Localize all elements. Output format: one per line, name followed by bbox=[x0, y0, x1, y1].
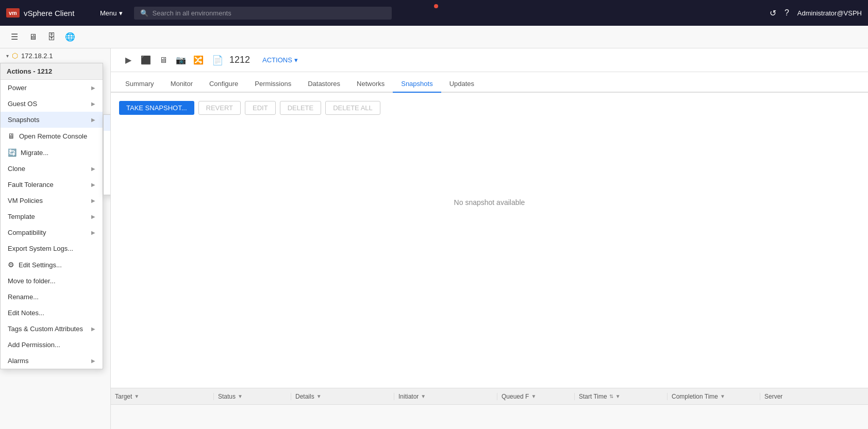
menu-item-tags-label: Tags & Custom Attributes bbox=[8, 325, 83, 333]
tab-permissions[interactable]: Permissions bbox=[246, 76, 299, 93]
submenu-consolidate: Consolidate bbox=[104, 163, 111, 179]
tab-datastores[interactable]: Datastores bbox=[299, 76, 348, 93]
menu-item-clone-label: Clone bbox=[8, 165, 25, 173]
help-icon[interactable]: ? bbox=[784, 8, 789, 18]
menu-item-snapshots[interactable]: Snapshots ▶ bbox=[1, 112, 103, 128]
edit-button: EDIT bbox=[245, 101, 276, 115]
topbar-right: ↺ ? Administrator@VSPH bbox=[770, 8, 862, 18]
submenu-manage-snapshots[interactable]: 📋 Manage Snapshots bbox=[104, 131, 111, 147]
snapshot-toolbar-icon[interactable]: 📷 bbox=[174, 53, 188, 67]
tabs-row: Summary Monitor Configure Permissions Da… bbox=[111, 72, 868, 93]
menu-item-edit-settings-label: Edit Settings... bbox=[19, 261, 62, 269]
submenu-delete-all[interactable]: Delete All Snapshots bbox=[104, 179, 111, 195]
vm-toolbar: ▶ ⬛ 🖥 📷 🔀 bbox=[121, 53, 206, 67]
migrate-icon: 🔄 bbox=[8, 148, 16, 157]
menu-button[interactable]: Menu ▾ bbox=[95, 7, 128, 19]
menu-item-migrate-label: Migrate... bbox=[21, 149, 48, 157]
sidebar: ▾ ⬡ 172.18.2.1 Actions - 1212 Power ▶ Gu… bbox=[0, 48, 111, 429]
th-details-label: Details bbox=[295, 393, 314, 400]
search-input[interactable] bbox=[153, 9, 386, 17]
network-icon[interactable]: 🌐 bbox=[62, 29, 78, 45]
app-title: vSphere Client bbox=[24, 9, 74, 18]
th-details[interactable]: Details ▼ bbox=[291, 393, 394, 400]
notification-dot bbox=[434, 4, 438, 8]
chevron-down-icon: ▾ bbox=[6, 53, 9, 59]
take-snapshot-button[interactable]: TAKE SNAPSHOT... bbox=[119, 101, 194, 115]
vm-actions-label: ACTIONS bbox=[262, 56, 292, 64]
bottom-table: Target ▼ Status ▼ Details ▼ Initiator ▼ … bbox=[111, 388, 868, 429]
th-queued-label: Queued F bbox=[502, 393, 529, 400]
snapshots-submenu: 📷 Take Snapshot... 📋 Manage Snapshots ↩ … bbox=[103, 114, 111, 195]
menu-item-export-logs[interactable]: Export System Logs... bbox=[1, 241, 103, 256]
menu-item-template-label: Template bbox=[8, 213, 35, 220]
menu-item-vm-policies-label: VM Policies bbox=[8, 197, 43, 204]
vm-actions-button[interactable]: ACTIONS ▾ bbox=[262, 56, 298, 64]
tab-configure[interactable]: Configure bbox=[201, 76, 246, 93]
chevron-right-icon-3: ▶ bbox=[91, 117, 95, 123]
th-queued[interactable]: Queued F ▼ bbox=[497, 393, 575, 400]
menu-item-clone[interactable]: Clone ▶ bbox=[1, 161, 103, 177]
menu-item-guestos[interactable]: Guest OS ▶ bbox=[1, 96, 103, 112]
menu-item-power[interactable]: Power ▶ bbox=[1, 80, 103, 96]
remote-console-icon: 🖥 bbox=[8, 132, 15, 140]
sidebar-host[interactable]: ▾ ⬡ 172.18.2.1 bbox=[0, 48, 110, 63]
chevron-right-icon-4: ▶ bbox=[91, 166, 95, 171]
revert-button: REVERT bbox=[198, 101, 241, 115]
tab-updates[interactable]: Updates bbox=[441, 76, 482, 93]
menu-item-edit-settings[interactable]: ⚙ Edit Settings... bbox=[1, 256, 103, 273]
menu-chevron-icon: ▾ bbox=[119, 9, 123, 17]
th-start-time[interactable]: Start Time ⇅ ▼ bbox=[575, 393, 667, 400]
play-icon[interactable]: ▶ bbox=[121, 53, 136, 67]
console-open-icon[interactable]: 🖥 bbox=[156, 53, 171, 67]
th-completion-time-label: Completion Time bbox=[672, 393, 718, 400]
th-start-time-label: Start Time bbox=[579, 393, 607, 400]
table-header: Target ▼ Status ▼ Details ▼ Initiator ▼ … bbox=[111, 388, 868, 405]
menu-item-migrate[interactable]: 🔄 Migrate... bbox=[1, 144, 103, 161]
th-queued-filter-icon: ▼ bbox=[531, 393, 536, 399]
search-bar[interactable]: 🔍 bbox=[134, 7, 392, 20]
tab-monitor[interactable]: Monitor bbox=[162, 76, 201, 93]
menu-item-move-folder[interactable]: Move to folder... bbox=[1, 273, 103, 289]
edit-settings-icon: ⚙ bbox=[8, 261, 14, 269]
search-icon: 🔍 bbox=[140, 9, 148, 17]
logo-box: vm bbox=[6, 8, 20, 18]
sidebar-toggle-icon[interactable]: ☰ bbox=[6, 29, 23, 45]
menu-item-vm-policies[interactable]: VM Policies ▶ bbox=[1, 193, 103, 209]
th-status-label: Status bbox=[218, 393, 236, 400]
menu-item-add-permission[interactable]: Add Permission... bbox=[1, 337, 103, 353]
vm-icon[interactable]: 🖥 bbox=[25, 29, 41, 45]
menu-item-compatibility[interactable]: Compatibility ▶ bbox=[1, 225, 103, 241]
actions-menu-title: Actions - 1212 bbox=[1, 63, 103, 80]
menu-item-edit-notes[interactable]: Edit Notes... bbox=[1, 305, 103, 321]
menu-item-power-label: Power bbox=[8, 84, 27, 92]
menu-item-remote-console[interactable]: 🖥 Open Remote Console bbox=[1, 128, 103, 144]
th-server[interactable]: Server bbox=[760, 393, 868, 400]
host-icon: ⬡ bbox=[12, 52, 18, 60]
submenu-take-snapshot[interactable]: 📷 Take Snapshot... bbox=[104, 115, 111, 131]
th-initiator[interactable]: Initiator ▼ bbox=[394, 393, 497, 400]
th-details-filter-icon: ▼ bbox=[316, 393, 322, 399]
th-status-filter-icon: ▼ bbox=[238, 393, 243, 399]
datastore-icon[interactable]: 🗄 bbox=[43, 29, 60, 45]
vm-header: ▶ ⬛ 🖥 📷 🔀 📄 1212 ACTIONS ▾ bbox=[111, 48, 868, 72]
menu-item-alarms[interactable]: Alarms ▶ bbox=[1, 353, 103, 369]
th-target[interactable]: Target ▼ bbox=[111, 393, 214, 400]
refresh-icon[interactable]: ↺ bbox=[770, 8, 776, 18]
tab-snapshots[interactable]: Snapshots bbox=[393, 76, 441, 93]
th-initiator-label: Initiator bbox=[398, 393, 419, 400]
menu-item-compatibility-label: Compatibility bbox=[8, 229, 46, 236]
chevron-right-icon: ▶ bbox=[91, 85, 95, 91]
menu-item-tags-custom-attrs[interactable]: Tags & Custom Attributes ▶ bbox=[1, 321, 103, 337]
migrate-toolbar-icon[interactable]: 🔀 bbox=[191, 53, 206, 67]
delete-button: DELETE bbox=[280, 101, 322, 115]
menu-item-fault-tolerance[interactable]: Fault Tolerance ▶ bbox=[1, 177, 103, 193]
th-status[interactable]: Status ▼ bbox=[214, 393, 291, 400]
tab-summary[interactable]: Summary bbox=[117, 76, 162, 93]
chevron-right-icon-2: ▶ bbox=[91, 101, 95, 107]
menu-item-template[interactable]: Template ▶ bbox=[1, 209, 103, 225]
tab-networks[interactable]: Networks bbox=[348, 76, 393, 93]
chevron-right-icon-9: ▶ bbox=[91, 326, 95, 332]
menu-item-rename[interactable]: Rename... bbox=[1, 289, 103, 305]
th-completion-time[interactable]: Completion Time ▼ bbox=[667, 393, 760, 400]
stop-icon[interactable]: ⬛ bbox=[139, 53, 153, 67]
